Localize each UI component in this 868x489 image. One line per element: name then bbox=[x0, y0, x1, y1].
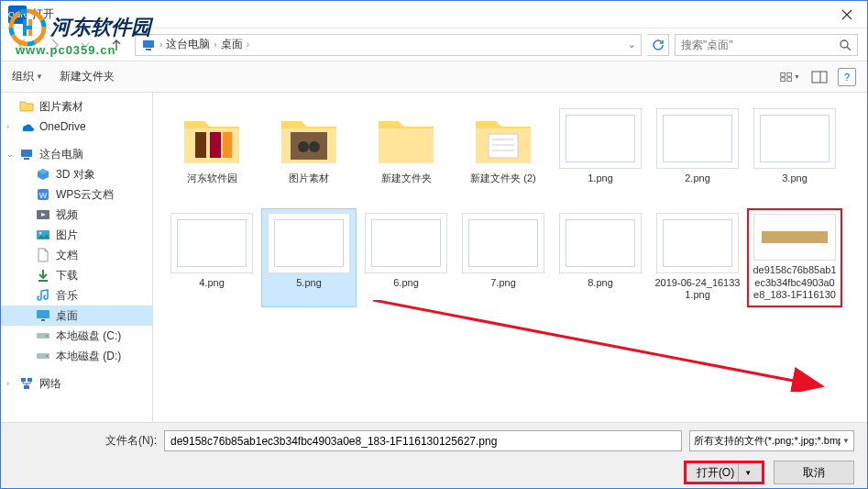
help-button[interactable]: ? bbox=[838, 68, 856, 86]
new-folder-button[interactable]: 新建文件夹 bbox=[60, 69, 115, 84]
sidebar-item-label: 音乐 bbox=[56, 288, 78, 304]
folder-item[interactable]: 新建文件夹 bbox=[358, 104, 454, 203]
expand-icon[interactable]: › bbox=[6, 379, 9, 388]
file-item[interactable]: 2019-06-24_161331.png bbox=[650, 208, 745, 307]
sidebar-item-pictures[interactable]: 图片 bbox=[1, 225, 152, 245]
3d-icon bbox=[36, 167, 50, 182]
sidebar-item-label: 下载 bbox=[56, 268, 78, 283]
sidebar-item-label: 这台电脑 bbox=[39, 147, 83, 162]
file-name-label: 1.png bbox=[588, 172, 613, 184]
file-name-label: 3.png bbox=[782, 172, 808, 184]
pc-icon bbox=[141, 38, 156, 52]
wps-icon: W bbox=[36, 187, 50, 202]
titlebar: OCR 打开 bbox=[1, 1, 867, 28]
search-box[interactable] bbox=[675, 34, 858, 56]
file-grid[interactable]: 河东软件园图片素材新建文件夹新建文件夹 (2)1.png2.png3.png4.… bbox=[153, 93, 867, 452]
docs-icon bbox=[36, 248, 50, 262]
sidebar-item-label: 图片素材 bbox=[39, 99, 83, 115]
svg-rect-14 bbox=[21, 150, 32, 157]
file-item[interactable]: 2.png bbox=[650, 104, 745, 203]
svg-rect-28 bbox=[21, 378, 26, 382]
sidebar-item-label: 本地磁盘 (C:) bbox=[56, 328, 121, 344]
file-name-label: de9158c76b85ab1ec3b34fbc4903a0e8_183-1F1… bbox=[753, 264, 837, 302]
desktop-icon bbox=[36, 308, 50, 323]
sidebar-tree[interactable]: 图片素材›OneDrive⌄这台电脑3D 对象WWPS云文档视频图片文档下载音乐… bbox=[1, 93, 153, 452]
file-name-label: 8.png bbox=[588, 277, 613, 289]
cancel-button[interactable]: 取消 bbox=[774, 461, 854, 484]
file-thumbnail bbox=[753, 214, 836, 261]
svg-point-20 bbox=[39, 232, 42, 235]
disk-icon bbox=[36, 328, 50, 343]
open-dropdown[interactable]: ▼ bbox=[738, 463, 752, 482]
sidebar-item-pc[interactable]: ⌄这台电脑 bbox=[1, 144, 152, 164]
app-icon: OCR bbox=[8, 6, 27, 24]
refresh-button[interactable] bbox=[647, 34, 669, 56]
file-item[interactable]: de9158c76b85ab1ec3b34fbc4903a0e8_183-1F1… bbox=[747, 208, 842, 307]
onedrive-icon bbox=[19, 119, 34, 134]
nav-up-button[interactable] bbox=[104, 32, 129, 58]
file-item[interactable]: 7.png bbox=[456, 208, 551, 307]
file-item[interactable]: 3.png bbox=[747, 104, 842, 203]
search-input[interactable] bbox=[681, 39, 839, 51]
svg-rect-22 bbox=[37, 310, 49, 318]
file-item[interactable]: 5.png bbox=[261, 208, 357, 307]
file-name-label: 7.png bbox=[490, 277, 516, 289]
refresh-icon bbox=[652, 39, 665, 51]
breadcrumb-item[interactable]: 桌面 bbox=[221, 37, 243, 52]
pc-icon bbox=[19, 147, 34, 161]
sidebar-item-label: 视频 bbox=[56, 207, 78, 223]
file-name-label: 图片素材 bbox=[289, 172, 329, 184]
file-item[interactable]: 4.png bbox=[164, 208, 259, 307]
sidebar-item-downloads[interactable]: 下载 bbox=[1, 265, 152, 285]
preview-pane-button[interactable] bbox=[808, 68, 830, 86]
sidebar-item-label: 文档 bbox=[56, 248, 78, 263]
address-bar[interactable]: › 这台电脑 › 桌面 › ⌄ bbox=[135, 34, 642, 56]
svg-rect-10 bbox=[781, 77, 786, 81]
disk-icon bbox=[36, 349, 50, 363]
arrow-up-icon bbox=[109, 38, 124, 52]
sidebar-item-music[interactable]: 音乐 bbox=[1, 285, 152, 306]
sidebar-item-docs[interactable]: 文档 bbox=[1, 245, 152, 265]
address-dropdown[interactable]: ⌄ bbox=[628, 39, 635, 50]
nav-recent-dropdown[interactable] bbox=[72, 32, 98, 58]
breadcrumb-separator: › bbox=[159, 39, 162, 50]
close-button[interactable] bbox=[826, 1, 867, 28]
folder-thumbnail bbox=[365, 108, 447, 169]
svg-point-25 bbox=[46, 335, 48, 337]
folder-item[interactable]: 河东软件园 bbox=[164, 104, 259, 203]
svg-rect-9 bbox=[787, 72, 792, 76]
breadcrumb-root[interactable]: 这台电脑 bbox=[166, 37, 210, 52]
music-icon bbox=[36, 288, 50, 303]
file-item[interactable]: 8.png bbox=[553, 208, 648, 307]
file-item[interactable]: 1.png bbox=[553, 104, 648, 203]
sidebar-item-network[interactable]: ›网络 bbox=[1, 373, 152, 394]
file-name-label: 2.png bbox=[685, 172, 710, 184]
file-item[interactable]: 6.png bbox=[358, 208, 454, 307]
file-thumbnail bbox=[559, 213, 642, 273]
sidebar-item-label: WPS云文档 bbox=[56, 187, 114, 203]
help-icon: ? bbox=[844, 72, 850, 83]
sidebar-item-disk[interactable]: 本地磁盘 (D:) bbox=[1, 346, 152, 366]
file-type-filter[interactable]: 所有支持的文件(*.png;*.jpg;*.bmp;*.gif;*.tif) ▼ bbox=[689, 430, 854, 451]
sidebar-item-disk[interactable]: 本地磁盘 (C:) bbox=[1, 326, 152, 346]
svg-point-37 bbox=[309, 141, 320, 152]
organize-menu[interactable]: 组织 ▼ bbox=[12, 69, 43, 84]
sidebar-item-video[interactable]: 视频 bbox=[1, 205, 152, 225]
expand-icon[interactable]: ⌄ bbox=[6, 150, 14, 159]
folder-item[interactable]: 新建文件夹 (2) bbox=[456, 104, 551, 203]
sidebar-item-3d[interactable]: 3D 对象 bbox=[1, 164, 152, 184]
nav-back-button[interactable] bbox=[10, 32, 36, 58]
open-button[interactable]: 打开(O) ▼ bbox=[684, 461, 764, 484]
sidebar-item-desktop[interactable]: 桌面 bbox=[1, 306, 152, 326]
expand-icon[interactable]: › bbox=[6, 122, 9, 131]
sidebar-item-onedrive[interactable]: ›OneDrive bbox=[1, 117, 152, 137]
view-mode-button[interactable]: ▼ bbox=[779, 68, 801, 86]
sidebar-item-folder[interactable]: 图片素材 bbox=[1, 96, 152, 117]
nav-forward-button[interactable] bbox=[41, 32, 67, 58]
filename-input[interactable] bbox=[164, 430, 682, 451]
sidebar-item-wps[interactable]: WWPS云文档 bbox=[1, 184, 152, 205]
folder-item[interactable]: 图片素材 bbox=[261, 104, 357, 203]
svg-rect-30 bbox=[24, 385, 29, 389]
window-title: 打开 bbox=[32, 6, 54, 22]
file-thumbnail bbox=[656, 108, 739, 169]
